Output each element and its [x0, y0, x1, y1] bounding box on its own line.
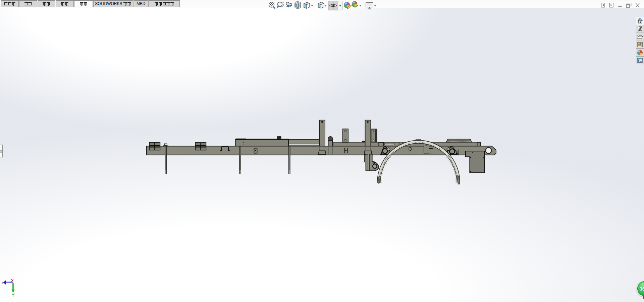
svg-text:z: z	[2, 281, 3, 284]
